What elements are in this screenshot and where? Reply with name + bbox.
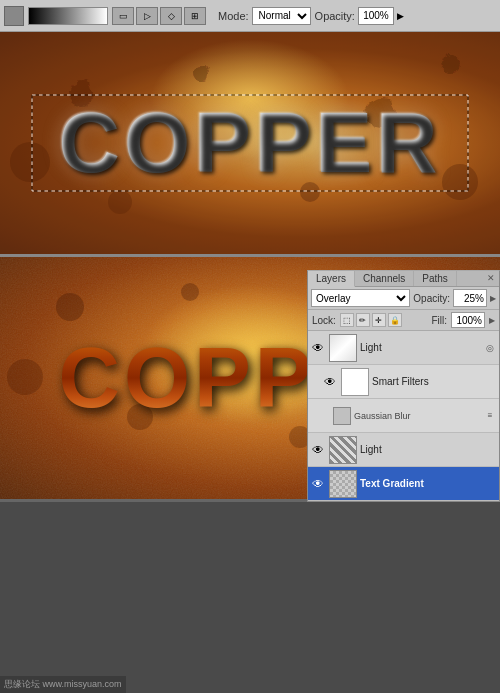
layer-badge-gaussian-blur: ≡ (483, 409, 497, 423)
layer-thumb-gaussian-blur (333, 407, 351, 425)
layer-name-light2: Light (360, 444, 497, 455)
layers-panel: Layers Channels Paths ✕ Overlay Opacity:… (307, 270, 500, 502)
watermark: 思缘论坛 www.missyuan.com (0, 676, 126, 693)
toolbar-shape-reflect[interactable]: ⊞ (184, 7, 206, 25)
toolbar-mode-group: Mode: Normal (218, 7, 311, 25)
layer-name-light1: Light (360, 342, 483, 353)
layer-row-gaussian-blur[interactable]: Gaussian Blur ≡ (308, 399, 499, 433)
layer-visibility-light2[interactable]: 👁 (310, 442, 326, 458)
layers-mode-opacity: Overlay Opacity: ▶ (308, 287, 499, 310)
canvas-area: COPPER COPPER (0, 32, 500, 502)
fill-arrow-icon[interactable]: ▶ (489, 316, 495, 325)
tab-layers[interactable]: Layers (308, 271, 355, 287)
layer-visibility-text-gradient[interactable]: 👁 (310, 476, 326, 492)
opacity-label: Opacity: (315, 10, 355, 22)
layer-thumb-text-gradient (329, 470, 357, 498)
fill-input[interactable] (451, 312, 485, 328)
mode-label: Mode: (218, 10, 249, 22)
mode-select[interactable]: Normal (252, 7, 311, 25)
toolbar-swatch-fg[interactable] (4, 6, 24, 26)
toolbar-opacity-group: Opacity: ▶ (315, 7, 404, 25)
canvas-upper: COPPER (0, 32, 500, 257)
tab-channels[interactable]: Channels (355, 271, 414, 286)
layer-row-text-gradient[interactable]: 👁 Text Gradient (308, 467, 499, 501)
layer-mode-select[interactable]: Overlay (311, 289, 410, 307)
layers-lock-fill: Lock: ⬚ ✏ ✛ 🔒 Fill: ▶ (308, 310, 499, 331)
close-panel-button[interactable]: ✕ (483, 271, 499, 286)
lock-label: Lock: (312, 315, 336, 326)
lock-icons: ⬚ ✏ ✛ 🔒 (340, 313, 402, 327)
toolbar-shape-diamond[interactable]: ◇ (160, 7, 182, 25)
toolbar-shape-round[interactable]: ▷ (136, 7, 158, 25)
layer-row-light1[interactable]: 👁 Light ◎ (308, 331, 499, 365)
layer-visibility-light1[interactable]: 👁 (310, 340, 326, 356)
layer-name-gaussian-blur: Gaussian Blur (354, 411, 483, 421)
lock-image-icon[interactable]: ✏ (356, 313, 370, 327)
layer-thumb-light1 (329, 334, 357, 362)
opacity-arrow-icon[interactable]: ▶ (397, 11, 404, 21)
layer-opacity-arrow-icon[interactable]: ▶ (490, 294, 496, 303)
layer-name-smart-filters: Smart Filters (372, 376, 497, 387)
toolbar: ▭ ▷ ◇ ⊞ Mode: Normal Opacity: ▶ (0, 0, 500, 32)
opacity-input[interactable] (358, 7, 394, 25)
layer-opacity-label: Opacity: (413, 293, 450, 304)
layer-opacity-input[interactable] (453, 289, 487, 307)
toolbar-shape-rect[interactable]: ▭ (112, 7, 134, 25)
lock-position-icon[interactable]: ✛ (372, 313, 386, 327)
lock-all-icon[interactable]: 🔒 (388, 313, 402, 327)
canvas-upper-text: COPPER (59, 94, 442, 192)
lock-transparent-icon[interactable]: ⬚ (340, 313, 354, 327)
tab-paths[interactable]: Paths (414, 271, 457, 286)
layers-tabs: Layers Channels Paths ✕ (308, 271, 499, 287)
layer-thumb-light2 (329, 436, 357, 464)
toolbar-shapes: ▭ ▷ ◇ ⊞ (112, 7, 206, 25)
layer-row-smart-filters[interactable]: 👁 Smart Filters (308, 365, 499, 399)
toolbar-gradient-picker[interactable] (28, 7, 108, 25)
fill-label: Fill: (431, 315, 447, 326)
layer-thumb-smart-filters (341, 368, 369, 396)
layer-row-light2[interactable]: 👁 Light (308, 433, 499, 467)
layer-badge-light1: ◎ (483, 341, 497, 355)
layer-visibility-smart-filters[interactable]: 👁 (322, 374, 338, 390)
layer-name-text-gradient: Text Gradient (360, 478, 497, 489)
